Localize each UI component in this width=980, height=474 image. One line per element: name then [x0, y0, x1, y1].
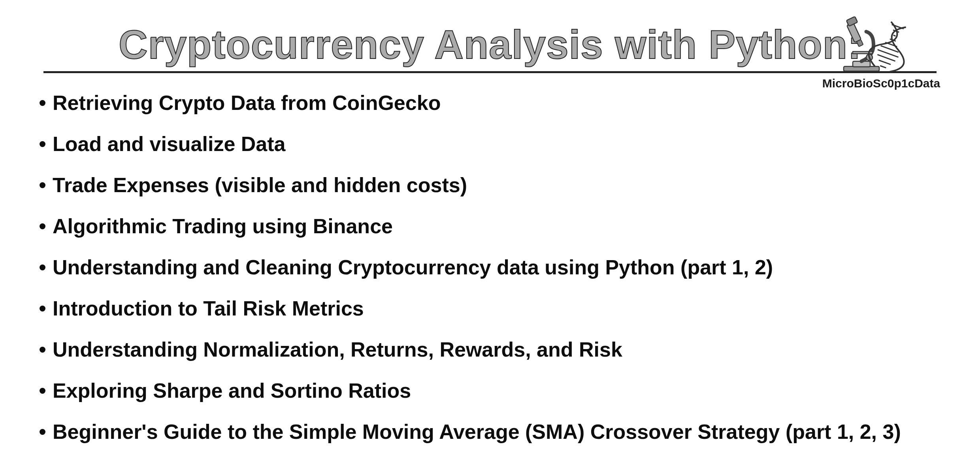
- list-item: Retrieving Crypto Data from CoinGecko: [40, 91, 980, 115]
- bullet-text: Introduction to Tail Risk Metrics: [53, 297, 364, 320]
- list-item: Understanding Normalization, Returns, Re…: [40, 338, 980, 361]
- bullet-icon: [40, 347, 45, 353]
- bullet-icon: [40, 100, 45, 106]
- bullet-icon: [40, 264, 45, 270]
- bullet-icon: [40, 223, 45, 229]
- bullet-icon: [40, 388, 45, 394]
- bullet-icon: [40, 429, 45, 435]
- svg-line-7: [892, 25, 904, 29]
- page-title: Cryptocurrency Analysis with Python:: [43, 22, 937, 68]
- svg-line-9: [893, 35, 896, 36]
- list-item: Beginner's Guide to the Simple Moving Av…: [40, 420, 980, 444]
- bullet-text: Understanding Normalization, Returns, Re…: [53, 338, 622, 361]
- bullet-icon: [40, 182, 45, 188]
- list-item: Trade Expenses (visible and hidden costs…: [40, 173, 980, 197]
- bullet-icon: [40, 306, 45, 312]
- bullet-icon: [40, 141, 45, 147]
- bullet-text: Exploring Sharpe and Sortino Ratios: [53, 379, 411, 402]
- bullet-text: Beginner's Guide to the Simple Moving Av…: [53, 420, 901, 443]
- list-item: Introduction to Tail Risk Metrics: [40, 296, 980, 320]
- title-underline: [43, 71, 937, 73]
- header: Cryptocurrency Analysis with Python:: [0, 0, 980, 73]
- bullet-text: Algorithmic Trading using Binance: [53, 215, 393, 238]
- bullet-text: Retrieving Crypto Data from CoinGecko: [53, 91, 441, 114]
- list-item: Understanding and Cleaning Cryptocurrenc…: [40, 255, 980, 279]
- svg-line-15: [879, 60, 891, 64]
- list-item: Algorithmic Trading using Binance: [40, 214, 980, 238]
- bullet-text: Trade Expenses (visible and hidden costs…: [53, 174, 467, 196]
- svg-line-16: [880, 66, 886, 68]
- brand-text: MicroBioSc0p1cData: [822, 77, 940, 90]
- bullet-text: Load and visualize Data: [53, 132, 286, 155]
- logo-icons: [830, 16, 933, 75]
- svg-rect-3: [846, 17, 858, 26]
- list-item: Exploring Sharpe and Sortino Ratios: [40, 379, 980, 402]
- list-item: Load and visualize Data: [40, 132, 980, 156]
- svg-line-11: [885, 42, 897, 47]
- brand-logo: MicroBioSc0p1cData: [830, 16, 933, 90]
- bullet-list: Retrieving Crypto Data from CoinGecko Lo…: [0, 73, 980, 444]
- bullet-text: Understanding and Cleaning Cryptocurrenc…: [53, 256, 773, 279]
